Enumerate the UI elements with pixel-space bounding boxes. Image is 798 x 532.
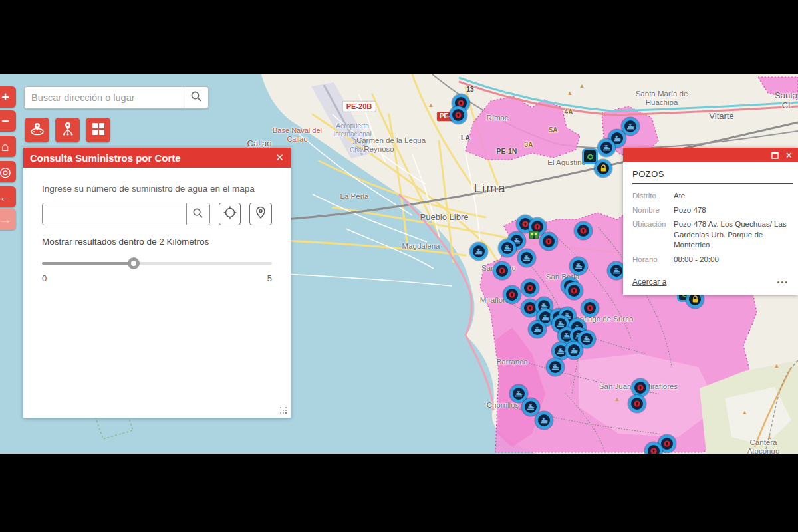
panel-instruction: Ingrese su número de suministro de agua … — [42, 184, 272, 194]
popup-field-row: Ubicación Pozo-478 Av. Los Quechuas/ Las… — [623, 217, 798, 253]
slider-fill — [42, 262, 134, 265]
map-pin-icon — [255, 206, 267, 222]
letterbox-top — [0, 0, 798, 74]
marker-cerrado[interactable] — [689, 293, 701, 305]
marker-pozo[interactable] — [521, 252, 533, 264]
marker-corte[interactable] — [648, 445, 660, 454]
basemap-gallery-button[interactable] — [86, 118, 110, 142]
pozos-tool-button[interactable] — [55, 118, 80, 142]
popup-field-row: Distrito Ate — [623, 189, 798, 203]
marker-pozo[interactable] — [473, 245, 485, 257]
panel-body: Ingrese su número de suministro de agua … — [23, 168, 291, 418]
marker-pozo[interactable] — [549, 361, 561, 373]
popup-close-icon[interactable]: ✕ — [785, 150, 793, 160]
marker-pozo[interactable] — [561, 330, 573, 342]
marker-pozo[interactable] — [531, 323, 543, 335]
pozos-popup: ✕ POZOS Distrito Ate Nombre Pozo 478 Ubi… — [623, 148, 798, 295]
letterbox-bottom — [0, 454, 798, 532]
marker-pozo[interactable] — [539, 311, 551, 323]
slider-max-label: 5 — [267, 273, 272, 283]
marker-pozo[interactable] — [624, 120, 636, 132]
popup-title: POZOS — [623, 162, 798, 183]
network-pin-icon — [61, 122, 75, 139]
popup-field-row: Horario 08:00 - 20:00 — [623, 253, 798, 267]
marker-pozo[interactable] — [538, 300, 550, 312]
marker-pozo[interactable] — [600, 142, 612, 154]
search-icon — [190, 90, 202, 105]
marker-pozo[interactable] — [581, 333, 593, 345]
basemap-grid-icon — [92, 122, 105, 138]
marker-corte[interactable] — [661, 438, 673, 450]
popup-header[interactable]: ✕ — [623, 148, 798, 162]
marker-corte[interactable] — [568, 285, 580, 297]
supply-map-pin-icon — [29, 122, 45, 139]
back-button[interactable]: ← — [0, 186, 16, 207]
marker-pozo[interactable] — [568, 344, 580, 356]
marker-corte[interactable] — [524, 282, 536, 294]
slider-handle[interactable] — [128, 257, 140, 269]
marker-pozo[interactable] — [555, 318, 567, 330]
pick-point-on-map-button[interactable] — [249, 203, 272, 225]
marker-pozo[interactable] — [611, 132, 623, 144]
panel-header[interactable]: Consulta Suministros por Corte ✕ — [23, 148, 291, 168]
slider-label: Mostrar resultados dentro de 2 Kilómetro… — [42, 237, 272, 247]
marker-pozo[interactable] — [501, 242, 513, 254]
supply-number-input[interactable] — [43, 203, 186, 225]
marker-corte[interactable] — [634, 382, 646, 394]
marker-corte[interactable] — [452, 109, 464, 121]
more-options-icon[interactable]: ••• — [777, 278, 789, 286]
search-bar — [24, 86, 209, 109]
marker-corte[interactable] — [455, 97, 467, 109]
marker-planta[interactable] — [528, 229, 540, 240]
supply-search-button[interactable] — [186, 203, 209, 225]
home-button[interactable]: ⌂ — [0, 136, 16, 157]
marker-pozo[interactable] — [538, 414, 550, 426]
marker-corte[interactable] — [506, 289, 518, 301]
crosshair-icon — [223, 206, 237, 222]
search-submit-button[interactable] — [184, 87, 208, 108]
locate-button[interactable]: ◎ — [0, 161, 16, 182]
forward-button[interactable]: → — [0, 209, 16, 230]
marker-corte[interactable] — [496, 265, 508, 277]
marker-corte[interactable] — [524, 302, 536, 314]
slider-min-label: 0 — [42, 273, 47, 283]
marker-corte[interactable] — [577, 225, 589, 237]
panel-resize-grip[interactable] — [280, 407, 288, 415]
panel-title: Consulta Suministros por Corte — [30, 152, 181, 164]
zoom-in-button[interactable]: + — [0, 86, 16, 108]
slider-scale: 0 5 — [42, 273, 272, 283]
marker-cerrado[interactable] — [597, 162, 609, 174]
popup-field-row: Nombre Pozo 478 — [623, 203, 798, 218]
marker-pozo[interactable] — [555, 345, 567, 357]
supply-number-field — [42, 203, 210, 225]
search-input[interactable] — [25, 87, 184, 108]
marker-corte[interactable] — [631, 398, 643, 410]
marker-corte[interactable] — [543, 235, 555, 247]
consulta-suministros-panel: Consulta Suministros por Corte ✕ Ingrese… — [23, 148, 291, 418]
zoom-out-button[interactable]: − — [0, 110, 16, 132]
marker-pozo[interactable] — [610, 265, 622, 277]
marker-pozo[interactable] — [573, 260, 585, 272]
popup-maximize-icon[interactable] — [771, 152, 779, 159]
distance-slider[interactable] — [42, 257, 272, 269]
marker-corte[interactable] — [519, 218, 531, 230]
marker-estacion[interactable] — [584, 150, 596, 162]
use-my-location-button[interactable] — [219, 203, 241, 225]
marker-pozo[interactable] — [525, 401, 537, 413]
marker-corte[interactable] — [584, 302, 596, 314]
zoom-to-link[interactable]: Acercar a — [632, 277, 666, 287]
marker-pozo[interactable] — [513, 388, 525, 400]
consulta-suministro-tool-button[interactable] — [25, 118, 49, 142]
panel-close-icon[interactable]: ✕ — [275, 152, 284, 164]
search-icon — [192, 207, 203, 221]
